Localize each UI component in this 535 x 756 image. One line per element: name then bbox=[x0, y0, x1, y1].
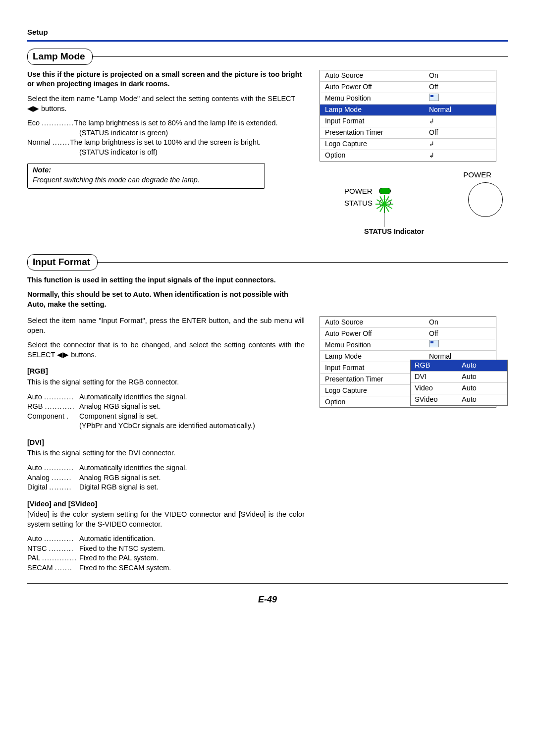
menu-row[interactable]: Auto SourceOn bbox=[320, 70, 496, 82]
menu-row-value: Off bbox=[429, 128, 492, 137]
input-format-intro2: Normally, this should be set to Auto. Wh… bbox=[27, 290, 305, 309]
submenu-row-value: Auto bbox=[462, 395, 503, 405]
status-indicator-caption: STATUS Indicator bbox=[364, 227, 424, 237]
normal-body: The lamp brightness is set to 100% and t… bbox=[70, 138, 305, 148]
input-format-submenu: RGBAutoDVIAutoVideoAutoSVideoAuto bbox=[410, 360, 508, 406]
dvi-desc: This is the signal setting for the DVI c… bbox=[27, 448, 305, 458]
desc-dots: .............. bbox=[42, 554, 77, 562]
menu-row-value bbox=[429, 340, 492, 350]
eco-line: Eco ............. The lamp brightness is… bbox=[27, 118, 305, 128]
video-svideo-desc: [Video] is the color system setting for … bbox=[27, 510, 305, 529]
menu-row-label: Auto Power Off bbox=[325, 82, 429, 92]
section-title-input-format: Input Format bbox=[27, 254, 98, 270]
position-icon bbox=[429, 94, 439, 101]
desc-dots: ......... bbox=[49, 483, 71, 491]
input-format-desc2: Select the connector that is to be chang… bbox=[27, 340, 305, 360]
menu-row[interactable]: Memu Position bbox=[320, 339, 496, 351]
setup-menu-lamp: Auto SourceOnAuto Power OffOffMemu Posit… bbox=[320, 70, 496, 162]
eco-body: The lamp brightness is set to 80% and th… bbox=[74, 118, 305, 128]
desc-term: NTSC bbox=[27, 544, 47, 552]
desc-dots: ............ bbox=[44, 535, 74, 542]
menu-row[interactable]: Auto Power OffOff bbox=[320, 328, 496, 339]
desc-dots: ........ bbox=[52, 474, 71, 482]
desc-body: Component signal is set. bbox=[79, 412, 305, 422]
desc-dots: ............ bbox=[44, 464, 74, 472]
menu-row[interactable]: Auto SourceOn bbox=[320, 317, 496, 328]
submenu-row-label: RGB bbox=[415, 361, 462, 371]
desc-dots: ............ bbox=[44, 393, 74, 401]
menu-row-label: Input Format bbox=[325, 116, 429, 126]
menu-row-value bbox=[429, 116, 492, 126]
enter-icon bbox=[429, 139, 436, 144]
lamp-mode-intro: Use this if the picture is projected on … bbox=[27, 70, 305, 89]
menu-row-value: On bbox=[429, 318, 492, 327]
enter-icon bbox=[429, 151, 436, 156]
menu-row[interactable]: Lamp ModeNormal bbox=[320, 105, 496, 116]
input-format-desc1: Select the item name "Input Format", pre… bbox=[27, 316, 305, 335]
desc-body: Fixed to the PAL system. bbox=[79, 553, 305, 563]
menu-row-label: Auto Source bbox=[325, 318, 429, 327]
desc-term: PAL bbox=[27, 554, 40, 562]
section-rule bbox=[97, 262, 508, 263]
menu-row[interactable]: Presentation TimerOff bbox=[320, 127, 496, 139]
submenu-row[interactable]: SVideoAuto bbox=[411, 394, 507, 405]
breadcrumb: Setup bbox=[27, 27, 508, 37]
submenu-row[interactable]: VideoAuto bbox=[411, 383, 507, 394]
power-button-circle bbox=[468, 182, 503, 217]
dvi-header: [DVI] bbox=[27, 438, 305, 448]
desc-body: Fixed to the SECAM system. bbox=[79, 563, 305, 573]
desc-dots: ....... bbox=[55, 564, 72, 572]
menu-row[interactable]: Input Format bbox=[320, 116, 496, 127]
desc-term: Auto bbox=[27, 535, 42, 542]
page-number: E-49 bbox=[27, 594, 508, 605]
submenu-row-value: Auto bbox=[462, 372, 503, 382]
desc-body: Fixed to the NTSC system. bbox=[79, 544, 305, 554]
submenu-row[interactable]: RGBAuto bbox=[411, 360, 507, 372]
submenu-row-value: Auto bbox=[462, 361, 503, 371]
menu-row-label: Memu Position bbox=[325, 94, 429, 103]
submenu-row-label: SVideo bbox=[415, 395, 462, 405]
menu-row[interactable]: Memu Position bbox=[320, 93, 496, 105]
desc-term: Auto bbox=[27, 464, 42, 472]
input-format-text: This function is used in setting the inp… bbox=[27, 275, 305, 315]
desc-body: Analog RGB signal is set. bbox=[79, 402, 305, 412]
menu-row-value bbox=[429, 139, 492, 149]
note-box: Note: Frequent switching this mode can d… bbox=[27, 163, 265, 188]
desc-body: Automatic identification. bbox=[79, 534, 305, 544]
eco-dots: ............. bbox=[42, 119, 74, 127]
desc-term: SECAM bbox=[27, 564, 53, 572]
normal-term: Normal bbox=[27, 138, 51, 146]
menu-row-label: Logo Capture bbox=[325, 139, 429, 149]
desc-term: Auto bbox=[27, 393, 42, 401]
desc-line: Auto ............Automatic identificatio… bbox=[27, 534, 305, 544]
desc-term: RGB bbox=[27, 402, 43, 410]
eco-body2: (STATUS indicator is green) bbox=[27, 128, 305, 138]
section-rule bbox=[92, 56, 508, 57]
power-led-icon bbox=[379, 188, 391, 194]
desc-dots: ............ bbox=[45, 402, 74, 410]
menu-row[interactable]: Option bbox=[320, 150, 496, 161]
submenu-row-label: Video bbox=[415, 383, 462, 393]
menu-row-value: Off bbox=[429, 329, 492, 338]
power-label-top: POWER bbox=[463, 170, 491, 180]
menu-row[interactable]: Auto Power OffOff bbox=[320, 82, 496, 93]
menu-row-value: Normal bbox=[429, 105, 492, 114]
menu-row-label: Auto Source bbox=[325, 71, 429, 80]
enter-icon bbox=[429, 116, 436, 121]
desc-dots: .......... bbox=[49, 544, 74, 552]
desc-line: Digital .........Digital RGB signal is s… bbox=[27, 483, 305, 492]
desc-body: Automatically identifies the signal. bbox=[79, 392, 305, 402]
desc-line: PAL ..............Fixed to the PAL syste… bbox=[27, 553, 305, 563]
lamp-mode-text: Use this if the picture is projected on … bbox=[27, 70, 305, 189]
status-led-label: STATUS bbox=[344, 198, 373, 208]
desc-term: Analog bbox=[27, 474, 50, 482]
desc-body: Digital RGB signal is set. bbox=[79, 483, 305, 492]
submenu-row[interactable]: DVIAuto bbox=[411, 372, 507, 383]
menu-row[interactable]: Logo Capture bbox=[320, 139, 496, 150]
lamp-mode-desc: Select the item name "Lamp Mode" and sel… bbox=[27, 94, 305, 113]
desc-line: RGB ............Analog RGB signal is set… bbox=[27, 402, 305, 412]
desc-line: Analog ........Analog RGB signal is set. bbox=[27, 473, 305, 483]
section-title-lamp-mode: Lamp Mode bbox=[27, 49, 93, 65]
note-title: Note: bbox=[33, 165, 260, 175]
rgb-desc: This is the signal setting for the RGB c… bbox=[27, 378, 305, 387]
